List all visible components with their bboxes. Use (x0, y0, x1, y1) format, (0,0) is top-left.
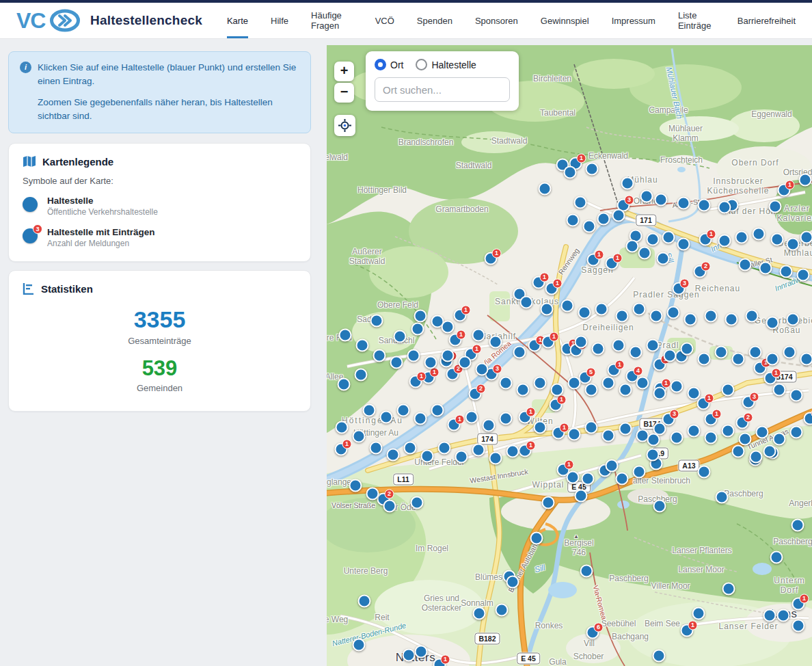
map-stop-dot[interactable] (657, 252, 670, 265)
map-stop-dot[interactable] (671, 431, 684, 444)
map-stop-dot[interactable] (473, 607, 486, 620)
map-stop-dot[interactable] (725, 313, 738, 326)
radio-ort[interactable]: Ort (375, 59, 403, 70)
map-stop-dot[interactable] (394, 330, 407, 343)
map-stop-dot[interactable] (759, 262, 772, 275)
map-stop-dot[interactable] (534, 421, 547, 434)
map-stop-dot[interactable]: 2 (736, 416, 749, 429)
map-stop-dot[interactable] (612, 209, 625, 222)
map-stop-dot[interactable] (403, 649, 416, 662)
map-stop-dot[interactable] (722, 384, 735, 397)
map-stop-dot[interactable] (698, 466, 711, 479)
map-stop-dot[interactable] (489, 336, 502, 349)
map-stop-dot[interactable] (578, 306, 591, 319)
map-stop-dot[interactable] (650, 310, 663, 323)
map-stop-dot[interactable] (797, 269, 810, 282)
map-stop-dot[interactable] (390, 356, 403, 369)
map-stop-dot[interactable] (542, 496, 555, 509)
map-stop-dot[interactable] (616, 310, 629, 323)
map-stop-dot[interactable] (771, 233, 784, 246)
map-stop-dot[interactable]: 1 (532, 276, 545, 289)
nav-vcoe[interactable]: VCÖ (375, 3, 394, 38)
map-stop-dot[interactable] (647, 449, 660, 462)
map-stop-dot[interactable] (414, 412, 427, 425)
map-stop-dot[interactable] (746, 310, 759, 323)
map-stop-dot[interactable] (424, 356, 437, 369)
map-stop-dot[interactable] (780, 265, 793, 278)
map-stop-dot[interactable] (506, 576, 519, 589)
nav-karte[interactable]: Karte (227, 3, 248, 38)
map-stop-dot[interactable] (653, 650, 666, 663)
zoom-out-button[interactable]: − (334, 83, 354, 103)
map-stop-dot[interactable] (506, 445, 519, 458)
map-stop-dot[interactable] (383, 500, 396, 513)
map-stop-dot[interactable] (567, 471, 580, 484)
map-stop-dot[interactable] (787, 238, 800, 251)
map-stop-dot[interactable] (653, 500, 666, 513)
map-stop-dot[interactable] (612, 339, 625, 352)
map-stop-dot[interactable] (638, 247, 651, 260)
map-stop-dot[interactable]: 1 (653, 358, 666, 371)
map-stop-dot[interactable] (602, 377, 615, 390)
map-stop-dot[interactable] (647, 233, 660, 246)
map-stop-dot[interactable] (373, 349, 386, 362)
map-stop-dot[interactable] (739, 258, 752, 271)
map-stop-dot[interactable] (465, 411, 478, 424)
map-stop-dot[interactable]: 1 (792, 598, 805, 611)
map-stop-dot[interactable] (630, 346, 642, 359)
map-stop-dot[interactable]: 1 (449, 334, 462, 347)
map-stop-dot[interactable] (606, 459, 619, 472)
map-stop-dot[interactable] (671, 380, 684, 393)
map-stop-dot[interactable] (442, 321, 455, 334)
map-stop-dot[interactable] (438, 442, 451, 455)
map-stop-dot[interactable] (766, 317, 779, 330)
map-stop-dot[interactable] (483, 419, 496, 432)
map-stop-dot[interactable] (735, 231, 748, 244)
map-stop-dot[interactable] (407, 349, 420, 362)
map-stop-dot[interactable] (580, 565, 593, 578)
map-stop-dot[interactable]: 2 (469, 388, 482, 401)
map-stop-dot[interactable] (585, 421, 598, 434)
map-stop-dot[interactable] (592, 343, 605, 356)
map-stop-dot[interactable]: 1 (699, 233, 712, 246)
map-stop-dot[interactable] (564, 166, 577, 179)
map-stop-dot[interactable] (356, 339, 369, 352)
map-stop-dot[interactable] (800, 353, 812, 366)
map-stop-dot[interactable] (585, 384, 598, 397)
map-stop-dot[interactable] (397, 404, 410, 417)
map-stop-dot[interactable] (688, 387, 701, 400)
search-input[interactable] (375, 77, 510, 102)
map-stop-dot[interactable] (568, 377, 581, 390)
radio-haltestelle[interactable]: Haltestelle (416, 59, 476, 70)
map-stop-dot[interactable] (621, 177, 634, 190)
map-stop-dot[interactable] (520, 296, 533, 309)
map-stop-dot[interactable] (455, 451, 468, 464)
map-stop-dot[interactable] (732, 445, 745, 458)
map-stop-dot[interactable] (773, 433, 786, 446)
map-stop-dot[interactable]: 1 (697, 397, 710, 410)
map-stop-dot[interactable] (355, 369, 368, 382)
map-stop-dot[interactable] (411, 323, 424, 336)
radio-haltestelle-icon[interactable] (416, 59, 427, 70)
map-stop-dot[interactable] (688, 425, 701, 438)
map-stop-dot[interactable] (715, 346, 728, 359)
nav-spenden[interactable]: Spenden (417, 3, 452, 38)
map-stop-dot[interactable]: 6 (586, 626, 599, 639)
map-stop-dot[interactable] (472, 329, 485, 342)
map-stop-dot[interactable]: 1 (754, 362, 767, 375)
map-stop-dot[interactable] (411, 496, 424, 509)
map-stop-dot[interactable] (698, 199, 711, 212)
zoom-in-button[interactable]: + (334, 62, 354, 81)
map-stop-dot[interactable] (336, 421, 349, 434)
nav-liste-eintraege[interactable]: Liste Einträge (678, 3, 715, 38)
map-stop-dot[interactable]: 1 (454, 309, 467, 322)
map-stop-dot[interactable] (763, 445, 776, 458)
map-stop-dot[interactable] (662, 231, 675, 244)
map-stop-dot[interactable] (692, 607, 705, 620)
map-stop-dot[interactable] (530, 532, 543, 545)
map-stop-dot[interactable] (664, 349, 677, 362)
map-stop-dot[interactable] (653, 387, 666, 400)
map-stop-dot[interactable]: 2 (694, 265, 707, 278)
map-stop-dot[interactable] (602, 429, 615, 442)
map-stop-dot[interactable] (404, 442, 417, 455)
